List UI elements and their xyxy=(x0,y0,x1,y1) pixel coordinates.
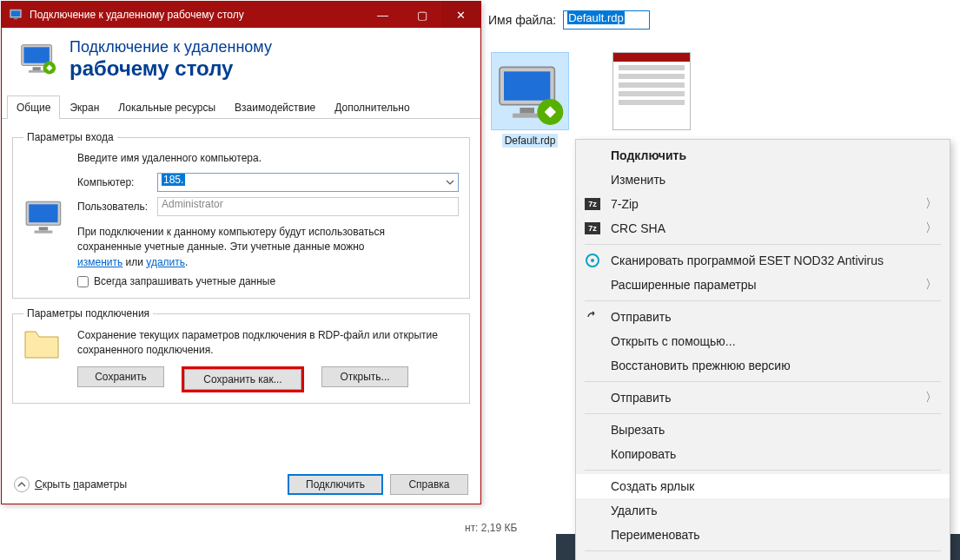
always-ask-checkbox-row[interactable]: Всегда запрашивать учетные данные xyxy=(77,275,459,287)
menu-restore-previous[interactable]: Восстановить прежнюю версию xyxy=(576,353,950,378)
minimize-button[interactable]: — xyxy=(363,2,402,28)
svg-rect-1 xyxy=(11,10,21,16)
computer-label: Компьютер: xyxy=(77,176,157,188)
computer-icon xyxy=(23,197,67,240)
delete-creds-link[interactable]: удалить xyxy=(146,256,185,268)
open-button[interactable]: Открыть... xyxy=(321,366,408,387)
tab-experience[interactable]: Взаимодействие xyxy=(225,96,325,119)
menu-rename[interactable]: Переименовать xyxy=(576,523,950,547)
menu-copy[interactable]: Копировать xyxy=(576,442,950,466)
context-menu: Подключить Изменить 7z 7-Zip 〉 7z CRC SH… xyxy=(575,139,950,560)
hide-params-toggle[interactable]: Скрыть параметры xyxy=(14,477,288,492)
header-line1: Подключение к удаленному xyxy=(70,38,272,56)
menu-properties[interactable]: Свойства xyxy=(576,555,950,560)
tab-display[interactable]: Экран xyxy=(60,96,109,119)
user-field: Administrator xyxy=(157,197,459,216)
saved-creds-note: При подключении к данному компьютеру буд… xyxy=(77,225,399,270)
tab-advanced[interactable]: Дополнительно xyxy=(325,96,419,119)
window-title: Подключение к удаленному рабочему столу xyxy=(30,9,363,21)
file-label: Default.rdp xyxy=(502,134,559,148)
always-ask-label: Всегда запрашивать учетные данные xyxy=(94,275,275,287)
computer-combobox[interactable]: 185. xyxy=(157,173,459,192)
file-thumbnail[interactable] xyxy=(608,52,695,148)
submenu-arrow-icon: 〉 xyxy=(925,390,937,405)
filename-input[interactable]: Default.rdp xyxy=(563,10,650,30)
connect-button[interactable]: Подключить xyxy=(288,474,383,495)
7zip-icon: 7z xyxy=(585,198,600,210)
close-button[interactable]: ✕ xyxy=(441,2,480,28)
menu-connect[interactable]: Подключить xyxy=(576,143,950,168)
always-ask-checkbox[interactable] xyxy=(77,276,89,287)
help-button[interactable]: Справка xyxy=(390,474,468,495)
tab-local-resources[interactable]: Локальные ресурсы xyxy=(109,96,225,119)
filename-label: Имя файла: xyxy=(488,13,556,27)
submenu-arrow-icon: 〉 xyxy=(925,221,937,236)
rdp-app-icon xyxy=(9,8,23,22)
svg-rect-14 xyxy=(520,108,534,114)
login-fieldset: Параметры входа Введите имя удаленного к… xyxy=(12,131,470,299)
file-icons-area: Default.rdp xyxy=(487,52,695,148)
menu-open-with[interactable]: Открыть с помощью... xyxy=(576,329,950,353)
menu-eset-scan[interactable]: Сканировать программой ESET NOD32 Antivi… xyxy=(576,248,950,273)
menu-delete[interactable]: Удалить xyxy=(576,498,950,523)
tab-general[interactable]: Общие xyxy=(7,96,60,119)
svg-rect-11 xyxy=(35,230,53,233)
connection-desc: Сохранение текущих параметров подключени… xyxy=(77,328,459,358)
svg-rect-2 xyxy=(14,18,17,19)
menu-edit[interactable]: Изменить xyxy=(576,168,950,192)
thumbnail-preview-icon xyxy=(612,52,691,130)
login-instruction: Введите имя удаленного компьютера. xyxy=(77,152,459,164)
save-button[interactable]: Сохранить xyxy=(77,366,164,387)
submenu-arrow-icon: 〉 xyxy=(925,196,937,212)
menu-send-to[interactable]: Отправить 〉 xyxy=(576,385,950,410)
save-as-button[interactable]: Сохранить как... xyxy=(184,369,301,390)
connection-fieldset: Параметры подключения Сохранение текущих… xyxy=(12,307,470,404)
svg-rect-5 xyxy=(33,67,41,70)
maximize-button[interactable]: ▢ xyxy=(402,2,441,28)
dialog-footer: Скрыть параметры Подключить Справка xyxy=(2,474,480,495)
file-default-rdp[interactable]: Default.rdp xyxy=(487,52,573,148)
menu-7zip[interactable]: 7z 7-Zip 〉 xyxy=(576,192,950,216)
rdp-header-icon xyxy=(19,41,57,79)
size-hint: нт: 2,19 КБ xyxy=(465,522,517,534)
svg-rect-4 xyxy=(24,47,50,63)
share-icon xyxy=(585,309,600,325)
change-creds-link[interactable]: изменить xyxy=(77,256,122,268)
dialog-header: Подключение к удаленному рабочему столу xyxy=(2,28,480,95)
tab-strip: Общие Экран Локальные ресурсы Взаимодейс… xyxy=(2,95,480,119)
svg-point-18 xyxy=(591,259,594,262)
rdp-file-icon xyxy=(495,60,565,129)
folder-icon xyxy=(23,328,62,361)
menu-create-shortcut[interactable]: Создать ярлык xyxy=(576,474,950,498)
menu-advanced-params[interactable]: Расширенные параметры 〉 xyxy=(576,273,950,297)
rdp-dialog: Подключение к удаленному рабочему столу … xyxy=(1,1,481,504)
chevron-up-icon xyxy=(14,477,30,492)
header-line2: рабочему столу xyxy=(70,56,272,81)
menu-crc-sha[interactable]: 7z CRC SHA 〉 xyxy=(576,216,950,240)
svg-rect-10 xyxy=(39,227,48,230)
titlebar[interactable]: Подключение к удаленному рабочему столу … xyxy=(2,2,480,28)
menu-share[interactable]: Отправить xyxy=(576,305,950,329)
submenu-arrow-icon: 〉 xyxy=(925,277,937,293)
connection-legend: Параметры подключения xyxy=(23,307,153,320)
user-label: Пользователь: xyxy=(77,201,157,213)
save-as-highlight: Сохранить как... xyxy=(182,366,304,392)
crc-icon: 7z xyxy=(585,222,600,234)
menu-cut[interactable]: Вырезать xyxy=(576,418,950,442)
svg-rect-15 xyxy=(513,114,541,118)
svg-rect-13 xyxy=(504,71,550,100)
svg-rect-6 xyxy=(29,69,44,72)
svg-rect-9 xyxy=(29,204,57,222)
eset-icon xyxy=(585,253,600,268)
filename-row: Имя файла: Default.rdp xyxy=(488,10,650,30)
login-legend: Параметры входа xyxy=(23,131,117,143)
